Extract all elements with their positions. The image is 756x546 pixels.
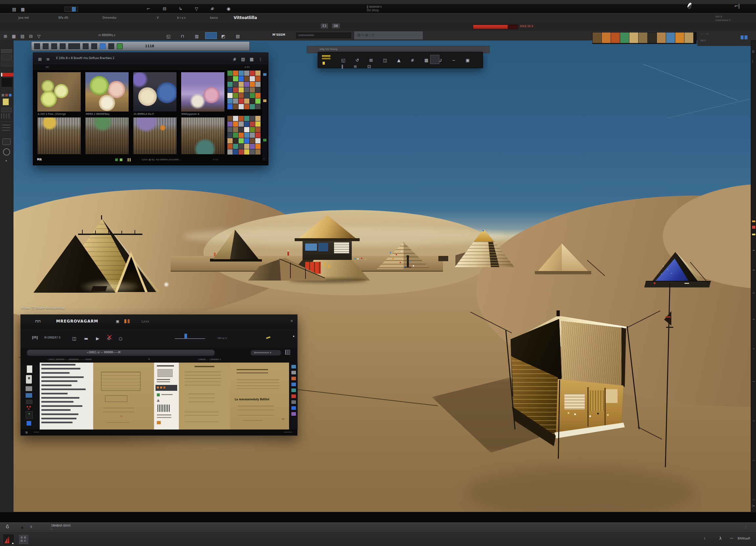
menu-item[interactable]: BPa dSl [58, 16, 68, 19]
breadcrumb[interactable]: —SMS1·jMMMM——MMMMM———MMM + LMMMI — LMMMM… [21, 357, 297, 363]
right-top-panel: — ⋯ ⊓ R9 9 [697, 31, 756, 46]
rail-button[interactable] [1, 49, 12, 53]
shelf-icon[interactable] [43, 43, 49, 49]
app-logo-red[interactable] [3, 534, 14, 545]
right-tool-rail: ◱ ¦ ¦≡ [751, 40, 756, 512]
taskbar-glyph[interactable]: i [704, 536, 705, 541]
toolbar-strip-light: ▥ ⊓ ▤ ¦ ◫ [354, 31, 423, 39]
rail-mini-icons[interactable] [2, 94, 4, 96]
curtain-tan [561, 321, 627, 387]
toolbar-left-icons[interactable]: ⊞▦▤⊟▽ [1, 33, 43, 39]
menu-item[interactable]: basca [210, 16, 218, 19]
texture-thumbnail-3[interactable] [133, 72, 177, 112]
rail-color-swatch[interactable] [3, 98, 9, 105]
floating-toolbar: ◱↺⊞◫▲#▦U~▣‖≡⊡ [318, 52, 483, 68]
shelf-icon[interactable] [117, 43, 123, 49]
lens-glint [163, 282, 169, 287]
floating-toolbar-selected[interactable] [430, 55, 439, 64]
render-progressbar [473, 25, 518, 29]
rail-button[interactable] [1, 60, 13, 66]
document-page-2[interactable] [179, 363, 230, 430]
tab-e3[interactable]: E3 [321, 24, 328, 28]
search-field[interactable]: Bmmmmmm 4 [250, 350, 281, 356]
rail-circle-tool[interactable] [3, 148, 10, 156]
shelf-icon[interactable] [83, 43, 89, 49]
texture-thumbnail-1[interactable] [37, 72, 81, 112]
feather-icon[interactable] [687, 2, 693, 10]
document-page-3[interactable]: La mmmmmduly Bdillnl alt [230, 363, 289, 430]
toolbar-icon-selected[interactable] [205, 32, 217, 39]
texture-panel-header[interactable]: ⊞≡ E 100s B n B Boxefil rhis Deffuse Brw… [33, 53, 268, 65]
texture-thumbnail-4[interactable] [181, 72, 225, 112]
rail-item[interactable] [26, 411, 33, 419]
tab-d8[interactable]: D8 [332, 24, 340, 28]
application-window: ▤▦ ⌐⊟↳▽#◉ Jj assosse s Dsl jitteg ⌐| Jss… [0, 0, 756, 546]
swatch-grid-bottom[interactable] [227, 116, 261, 155]
texture-thumbnail-2[interactable] [85, 72, 129, 112]
address-field[interactable]: ≈SMEG al — MMMM——M [27, 349, 215, 356]
shelf-icon[interactable] [34, 43, 40, 49]
thumbnail-caption: IMPEE 2 BREMFReq [86, 113, 109, 115]
texture-swatch-strip[interactable] [592, 32, 697, 44]
rail-item[interactable] [27, 365, 32, 373]
menu-right-text: Lhammond 4 [715, 19, 730, 22]
rail-item-blue[interactable] [27, 421, 31, 426]
swatch-grid-top[interactable] [227, 71, 261, 109]
grid-view-icon[interactable] [285, 350, 290, 355]
close-icon[interactable]: × [290, 319, 293, 323]
shelf-icon[interactable] [108, 43, 114, 49]
texture-thumbnail-8[interactable] [181, 117, 225, 155]
rail-dots [2, 125, 10, 125]
rail-item[interactable] [26, 386, 32, 391]
shelf-icon[interactable] [91, 43, 97, 49]
titlebar-hint-1: Jj assosse s [367, 5, 382, 8]
asset-icon-green [157, 393, 160, 396]
shelf-icon[interactable] [51, 43, 57, 49]
file-window: ⊓⊓ MREGROVAGARM ▣ Lxxx × ‖M‖ M EMBER? II… [20, 314, 298, 436]
rail-item[interactable] [26, 400, 32, 404]
shelf-icon[interactable] [68, 43, 80, 49]
menu-item[interactable]: Jsse md [18, 16, 29, 19]
taskbar-icon-grid[interactable] [19, 535, 28, 544]
shelf-strip: 1118 [31, 41, 250, 51]
rail-button[interactable] [1, 54, 12, 60]
toolbar-label: M'SSSM [272, 33, 285, 36]
file-window-titlebar[interactable]: ⊓⊓ MREGROVAGARM ▣ Lxxx × [21, 315, 297, 329]
menu-item[interactable]: b r u s [177, 16, 185, 19]
titlebar-mid-icons[interactable]: ⌐⊟↳▽#◉ [144, 5, 241, 11]
menu-item-active[interactable]: Vittoatlilla [234, 15, 257, 20]
file-list[interactable] [40, 363, 94, 430]
file-window-footer: ⊞ [21, 430, 297, 435]
document-callout: La mmmmmduly Bdillnl [235, 398, 269, 401]
yellow-tick [266, 336, 271, 339]
rail-item[interactable] [26, 375, 32, 384]
rail-red-strip[interactable] [1, 73, 13, 76]
document-page-1[interactable]: × [93, 363, 154, 430]
window-chip[interactable] [64, 7, 78, 12]
texture-thumbnail-7[interactable] [133, 117, 177, 155]
taskbar-glyph[interactable]: λ [719, 536, 722, 541]
shelf-icon-active[interactable] [100, 43, 106, 49]
rail-button[interactable] [1, 108, 12, 112]
menu-right-text: lath 9 [715, 15, 722, 18]
panel-header-left-icons[interactable]: ⊞≡ [36, 56, 52, 62]
menu-item[interactable]: V [157, 16, 158, 19]
asset-sidebar[interactable]: ▲ [154, 363, 179, 430]
rail-button-rounded[interactable] [2, 138, 11, 145]
asset-icon-orange [157, 421, 161, 424]
content-right-rail[interactable] [289, 363, 298, 430]
rail-item[interactable] [26, 393, 32, 398]
red-cross-mark: × [120, 414, 123, 418]
titlebar-left-icons[interactable]: ▤▦ [10, 6, 27, 12]
viewport-bottom-band [0, 512, 756, 523]
panel-header-right-icons[interactable]: #▤▦⋮ [231, 56, 265, 62]
file-toolbar-icons[interactable]: ◫▬▶⊙○ [70, 335, 128, 341]
asset-barcode [157, 405, 170, 412]
menu-item[interactable]: Ormsmdss [102, 16, 116, 19]
rail-tick-yellow [752, 234, 755, 235]
floating-toolbar-icons[interactable]: ◱↺⊞◫▲#▦U~▣‖≡⊡ [339, 57, 483, 69]
texture-thumbnail-5[interactable] [37, 117, 81, 155]
texture-thumbnail-6[interactable] [85, 117, 129, 155]
shelf-icon[interactable] [60, 43, 66, 49]
rail-tick-red [752, 226, 755, 229]
